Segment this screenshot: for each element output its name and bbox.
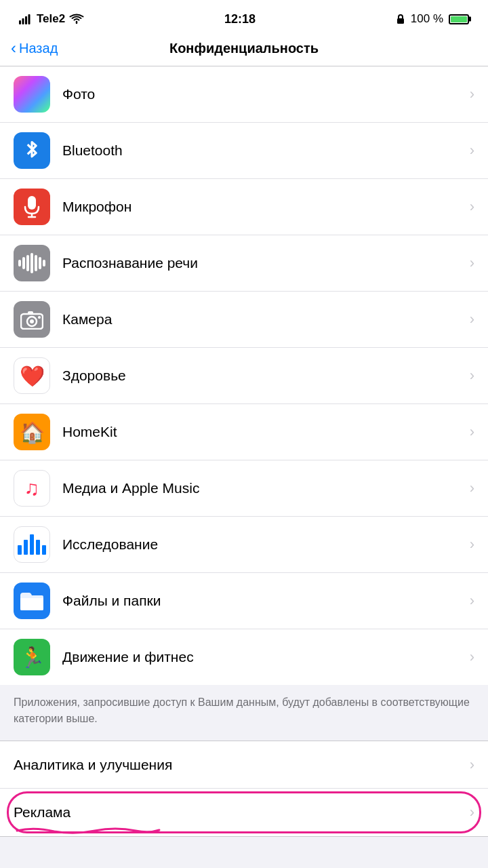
camera-chevron-icon: › bbox=[470, 311, 474, 328]
files-app-icon bbox=[14, 583, 50, 619]
back-label: Назад bbox=[19, 41, 58, 56]
list-item-files[interactable]: Файлы и папки › bbox=[0, 573, 488, 629]
svg-point-12 bbox=[38, 316, 41, 319]
microphone-label: Микрофон bbox=[62, 199, 464, 215]
battery-icon bbox=[449, 14, 469, 24]
homekit-chevron-icon: › bbox=[470, 423, 474, 441]
fitness-chevron-icon: › bbox=[470, 648, 474, 666]
runner-icon: 🏃 bbox=[20, 646, 45, 669]
health-label: Здоровье bbox=[62, 368, 464, 384]
folder-symbol-icon bbox=[19, 590, 45, 612]
photos-label: Фото bbox=[62, 86, 464, 102]
bluetooth-chevron-icon: › bbox=[470, 142, 474, 159]
fitness-app-icon: 🏃 bbox=[14, 639, 50, 675]
analytics-label: Аналитика и улучшения bbox=[14, 757, 464, 773]
wifi-icon bbox=[69, 14, 84, 24]
list-item-camera[interactable]: Камера › bbox=[0, 292, 488, 348]
carrier-name: Tele2 bbox=[37, 12, 65, 26]
music-note-icon: ♫ bbox=[24, 477, 40, 500]
photos-icon bbox=[14, 76, 50, 113]
list-item-speech[interactable]: Распознавание речи › bbox=[0, 235, 488, 292]
speech-chevron-icon: › bbox=[470, 254, 474, 272]
status-bar: Tele2 12:18 100 % bbox=[0, 0, 488, 34]
list-item-fitness[interactable]: 🏃 Движение и фитнес › bbox=[0, 629, 488, 685]
lock-icon bbox=[396, 14, 405, 24]
second-settings-group: Аналитика и улучшения › Реклама › bbox=[0, 741, 488, 837]
bars-icon bbox=[18, 534, 46, 555]
speech-icon bbox=[14, 245, 50, 281]
svg-point-10 bbox=[30, 319, 34, 323]
microphone-chevron-icon: › bbox=[470, 198, 474, 216]
ads-label: Реклама bbox=[14, 804, 464, 821]
heart-icon: ❤️ bbox=[20, 364, 45, 388]
files-chevron-icon: › bbox=[470, 592, 474, 610]
signal-icon bbox=[19, 14, 33, 24]
svg-rect-1 bbox=[22, 18, 24, 24]
status-time: 12:18 bbox=[224, 12, 256, 26]
waveform-icon bbox=[18, 253, 45, 273]
camera-symbol-icon bbox=[20, 309, 43, 330]
fitness-label: Движение и фитнес bbox=[62, 649, 464, 665]
analytics-chevron-icon: › bbox=[470, 756, 474, 774]
svg-rect-4 bbox=[397, 18, 404, 24]
health-app-icon: ❤️ bbox=[14, 357, 50, 394]
svg-rect-0 bbox=[19, 20, 21, 24]
research-app-icon bbox=[14, 526, 50, 563]
microphone-icon bbox=[14, 189, 50, 225]
back-button[interactable]: ‹ Назад bbox=[11, 41, 58, 56]
files-label: Файлы и папки bbox=[62, 593, 464, 609]
bluetooth-icon bbox=[14, 132, 50, 169]
photos-chevron-icon: › bbox=[470, 85, 474, 103]
house-icon: 🏠 bbox=[20, 420, 45, 444]
camera-label: Камера bbox=[62, 311, 464, 328]
back-chevron-icon: ‹ bbox=[11, 40, 16, 56]
list-item-health[interactable]: ❤️ Здоровье › bbox=[0, 348, 488, 404]
footer-note-text: Приложения, запросившие доступ к Вашим д… bbox=[14, 696, 470, 724]
svg-rect-3 bbox=[28, 14, 30, 24]
music-chevron-icon: › bbox=[470, 479, 474, 497]
highlight-scribble-icon bbox=[14, 825, 163, 835]
homekit-app-icon: 🏠 bbox=[14, 414, 50, 450]
music-app-icon: ♫ bbox=[14, 470, 50, 507]
status-right-group: 100 % bbox=[396, 12, 469, 26]
list-item-microphone[interactable]: Микрофон › bbox=[0, 179, 488, 235]
speech-label: Распознавание речи bbox=[62, 255, 464, 271]
list-item-homekit[interactable]: 🏠 HomeKit › bbox=[0, 404, 488, 460]
page-title: Конфиденциальность bbox=[169, 41, 319, 56]
list-item-bluetooth[interactable]: Bluetooth › bbox=[0, 123, 488, 179]
battery-percent: 100 % bbox=[411, 12, 443, 26]
carrier-info: Tele2 bbox=[19, 12, 84, 26]
svg-rect-11 bbox=[28, 311, 33, 315]
list-item-photos[interactable]: Фото › bbox=[0, 66, 488, 123]
svg-rect-5 bbox=[28, 196, 36, 210]
section-footer-note: Приложения, запросившие доступ к Вашим д… bbox=[0, 685, 488, 741]
list-item-music[interactable]: ♫ Медиа и Apple Music › bbox=[0, 460, 488, 517]
nav-bar: ‹ Назад Конфиденциальность bbox=[0, 34, 488, 66]
music-label: Медиа и Apple Music bbox=[62, 480, 464, 496]
homekit-label: HomeKit bbox=[62, 424, 464, 440]
research-chevron-icon: › bbox=[470, 536, 474, 553]
bluetooth-label: Bluetooth bbox=[62, 142, 464, 159]
bluetooth-symbol-icon bbox=[22, 140, 41, 161]
svg-rect-2 bbox=[25, 16, 27, 24]
ads-chevron-icon: › bbox=[470, 804, 474, 821]
list-item-analytics[interactable]: Аналитика и улучшения › bbox=[0, 741, 488, 789]
main-settings-list: Фото › Bluetooth › Микрофон › bbox=[0, 66, 488, 685]
list-item-ads[interactable]: Реклама › bbox=[0, 789, 488, 836]
health-chevron-icon: › bbox=[470, 367, 474, 384]
mic-symbol-icon bbox=[22, 195, 41, 219]
camera-app-icon bbox=[14, 301, 50, 338]
research-label: Исследование bbox=[62, 536, 464, 553]
list-item-research[interactable]: Исследование › bbox=[0, 517, 488, 573]
